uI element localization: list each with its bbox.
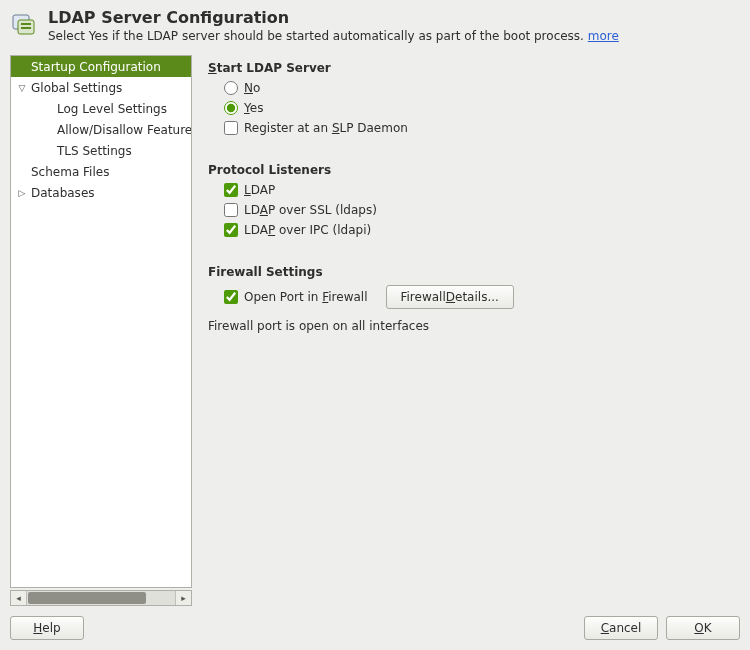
tree-item-label: Log Level Settings: [43, 102, 167, 116]
ldap-label: LDAP: [244, 183, 275, 197]
tree-expander-icon[interactable]: ▽: [15, 83, 29, 93]
firewall-details-button[interactable]: Firewall Details...: [386, 285, 514, 309]
firewall-row[interactable]: Open Port in Firewall Firewall Details..…: [224, 285, 736, 309]
tree-item-label: Global Settings: [29, 81, 122, 95]
help-button[interactable]: Help: [10, 616, 84, 640]
tree-item-startup-configuration[interactable]: Startup Configuration: [11, 56, 191, 77]
start-no-label: No: [244, 81, 260, 95]
tree-item-databases[interactable]: ▷Databases: [11, 182, 191, 203]
tree-item-label: Startup Configuration: [29, 60, 161, 74]
ldap-checkbox[interactable]: [224, 183, 238, 197]
svg-rect-2: [21, 23, 31, 25]
start-yes-label: Yes: [244, 101, 263, 115]
tree-item-label: Allow/Disallow Features: [43, 123, 192, 137]
footer: Help Cancel OK: [0, 606, 750, 650]
tree-item-schema-files[interactable]: Schema Files: [11, 161, 191, 182]
sidebar: Startup Configuration▽Global SettingsLog…: [10, 55, 192, 606]
tree-item-log-level-settings[interactable]: Log Level Settings: [11, 98, 191, 119]
ldaps-label: LDAP over SSL (ldaps): [244, 203, 377, 217]
tree-item-label: Databases: [29, 186, 95, 200]
main-panel: Start LDAP Server No Yes Register at an …: [200, 55, 740, 606]
page-title: LDAP Server Configuration: [48, 8, 619, 27]
scroll-left-arrow-icon[interactable]: ◂: [11, 591, 27, 605]
start-yes-radio[interactable]: [224, 101, 238, 115]
tree-item-allow-disallow-features[interactable]: Allow/Disallow Features: [11, 119, 191, 140]
ldap-server-icon: [10, 10, 38, 41]
radio-yes-row[interactable]: Yes: [224, 101, 736, 115]
section-firewall-title: Firewall Settings: [208, 265, 736, 279]
slp-label: Register at an SLP Daemon: [244, 121, 408, 135]
section-protocol-title: Protocol Listeners: [208, 163, 736, 177]
ldap-row[interactable]: LDAP: [224, 183, 736, 197]
svg-rect-3: [21, 27, 31, 29]
ldap-config-window: LDAP Server Configuration Select Yes if …: [0, 0, 750, 650]
ok-button[interactable]: OK: [666, 616, 740, 640]
firewall-status-text: Firewall port is open on all interfaces: [208, 319, 736, 333]
ldaps-row[interactable]: LDAP over SSL (ldaps): [224, 203, 736, 217]
slp-row[interactable]: Register at an SLP Daemon: [224, 121, 736, 135]
tree-item-tls-settings[interactable]: TLS Settings: [11, 140, 191, 161]
open-port-label: Open Port in Firewall: [244, 290, 368, 304]
open-port-checkbox[interactable]: [224, 290, 238, 304]
radio-no-row[interactable]: No: [224, 81, 736, 95]
nav-tree[interactable]: Startup Configuration▽Global SettingsLog…: [10, 55, 192, 588]
ldapi-checkbox[interactable]: [224, 223, 238, 237]
tree-item-global-settings[interactable]: ▽Global Settings: [11, 77, 191, 98]
slp-checkbox[interactable]: [224, 121, 238, 135]
header-text: LDAP Server Configuration Select Yes if …: [48, 8, 619, 43]
header: LDAP Server Configuration Select Yes if …: [0, 0, 750, 55]
ldapi-row[interactable]: LDAP over IPC (ldapi): [224, 223, 736, 237]
cancel-button[interactable]: Cancel: [584, 616, 658, 640]
page-subtitle: Select Yes if the LDAP server should be …: [48, 29, 619, 43]
scroll-track[interactable]: [27, 591, 175, 605]
ldaps-checkbox[interactable]: [224, 203, 238, 217]
tree-horizontal-scrollbar[interactable]: ◂ ▸: [10, 590, 192, 606]
section-start-title: Start LDAP Server: [208, 61, 736, 75]
ldapi-label: LDAP over IPC (ldapi): [244, 223, 371, 237]
scroll-right-arrow-icon[interactable]: ▸: [175, 591, 191, 605]
tree-item-label: TLS Settings: [43, 144, 132, 158]
more-link[interactable]: more: [588, 29, 619, 43]
tree-item-label: Schema Files: [29, 165, 109, 179]
scroll-thumb[interactable]: [28, 592, 146, 604]
start-no-radio[interactable]: [224, 81, 238, 95]
tree-expander-icon[interactable]: ▷: [15, 188, 29, 198]
